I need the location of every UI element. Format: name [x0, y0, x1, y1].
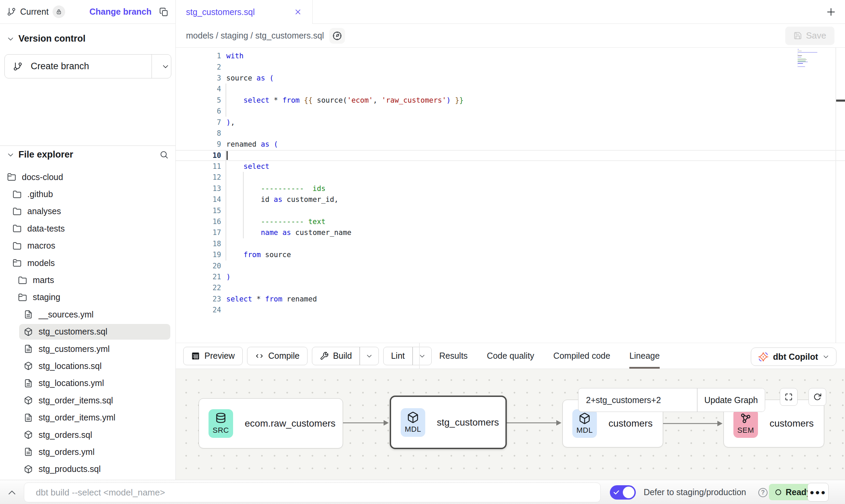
code-line[interactable]: 20 — [176, 260, 845, 271]
update-graph-button[interactable]: Update Graph — [698, 388, 765, 412]
code-line[interactable]: 12 — [176, 172, 845, 183]
code-line[interactable]: 21) — [176, 271, 845, 282]
tree-item[interactable]: analyses — [0, 203, 175, 220]
text-cursor — [227, 151, 228, 160]
tree-item[interactable]: stg_locations.yml — [0, 375, 175, 392]
scrollbar-thumb[interactable] — [836, 100, 845, 102]
refresh-button[interactable] — [808, 388, 826, 406]
code-line[interactable]: 11 select — [176, 161, 845, 172]
save-button[interactable]: Save — [785, 27, 834, 45]
tree-item[interactable]: stg_order_items.yml — [0, 409, 175, 426]
code-line[interactable]: 7), — [176, 117, 845, 128]
pane-tab-compiled-code[interactable]: Compiled code — [553, 343, 610, 369]
code-line[interactable]: 6 — [176, 106, 845, 117]
code-line[interactable]: 19 from source — [176, 249, 845, 260]
tree-item[interactable]: macros — [0, 237, 175, 254]
copilot-compass-button[interactable] — [329, 28, 345, 44]
copy-icon[interactable] — [159, 7, 169, 17]
tree-item-label: stg_products.sql — [39, 464, 101, 474]
code-line[interactable]: 5 select * from {{ source('ecom', 'raw_c… — [176, 95, 845, 106]
plus-icon — [826, 7, 836, 17]
file-icon — [24, 344, 33, 353]
code-line[interactable]: 10 — [176, 150, 845, 161]
tree-item-label: stg_orders.yml — [39, 447, 95, 457]
pane-tab-lineage[interactable]: Lineage — [629, 343, 660, 369]
version-control-header[interactable]: Version control — [0, 33, 175, 44]
tree-item[interactable]: stg_locations.sql — [0, 357, 175, 374]
tree-item[interactable]: stg_orders.yml — [0, 443, 175, 460]
build-dropdown[interactable] — [360, 353, 378, 359]
compile-button[interactable]: Compile — [247, 347, 307, 365]
build-button[interactable]: Build — [312, 347, 379, 365]
code-line[interactable]: 24 — [176, 305, 845, 315]
lineage-selector-input[interactable]: 2+stg_customers+2 — [578, 388, 697, 412]
lint-button[interactable]: Lint — [383, 347, 432, 365]
help-icon[interactable]: ? — [758, 488, 768, 497]
tab-stg-customers-sql[interactable]: stg_customers.sql — [176, 0, 313, 24]
code-text: with — [221, 52, 244, 60]
code-line[interactable]: 13 ---------- ids — [176, 183, 845, 194]
pane-tab-results[interactable]: Results — [439, 343, 468, 369]
code-line[interactable]: 1with — [176, 50, 845, 61]
code-line[interactable]: 16 ---------- text — [176, 216, 845, 227]
code-line[interactable]: 23select * from renamed — [176, 294, 845, 305]
code-line[interactable]: 2 — [176, 61, 845, 72]
close-icon[interactable] — [294, 8, 302, 16]
badge-label: SEM — [737, 426, 754, 435]
line-number: 3 — [176, 74, 221, 82]
command-input[interactable]: dbt build --select <model_name> — [24, 483, 601, 502]
code-line[interactable]: 14 id as customer_id, — [176, 194, 845, 205]
code-line[interactable]: 22 — [176, 282, 845, 293]
code-editor[interactable]: 1with23source as (45 select * from {{ so… — [176, 48, 845, 343]
tree-item[interactable]: marts — [0, 271, 175, 288]
lint-dropdown[interactable] — [413, 353, 431, 359]
search-icon[interactable] — [159, 150, 169, 159]
tree-item[interactable]: docs-cloud — [0, 168, 175, 186]
code-text: name as customer_name — [221, 228, 352, 237]
chevron-down-icon — [162, 63, 169, 70]
tree-item[interactable]: data-tests — [0, 220, 175, 237]
lineage-node-stg_customers[interactable]: MDLstg_customers — [390, 396, 507, 449]
lineage-panel[interactable]: SRCecom.raw_customersMDLstg_customersMDL… — [176, 369, 845, 480]
tree-item[interactable]: models — [0, 254, 175, 271]
pane-tab-code-quality[interactable]: Code quality — [487, 343, 534, 369]
node-type-badge: MDL — [401, 408, 425, 437]
tree-item[interactable]: stg_order_items.sql — [0, 392, 175, 409]
tree-item[interactable]: stg_products.sql — [0, 461, 175, 478]
chevron-up-icon[interactable] — [7, 488, 17, 498]
model-icon — [24, 430, 33, 439]
dbt-copilot-button[interactable]: dbt Copilot — [751, 347, 836, 366]
file-explorer-header[interactable]: File explorer — [0, 149, 175, 160]
change-branch-link[interactable]: Change branch — [89, 7, 152, 17]
tree-item[interactable]: stg_customers.yml — [0, 340, 175, 357]
scrollbar-track — [835, 48, 836, 343]
code-line[interactable]: 15 — [176, 205, 845, 216]
tree-item-label: .github — [27, 189, 53, 199]
tree-item-label: docs-cloud — [22, 172, 63, 182]
tree-item[interactable]: stg_orders.sql — [0, 426, 175, 443]
tree-item[interactable]: .github — [0, 186, 175, 203]
lineage-node-ecom.raw_customers[interactable]: SRCecom.raw_customers — [199, 398, 343, 448]
preview-button[interactable]: Preview — [183, 347, 243, 365]
create-branch-button[interactable]: Create branch — [4, 54, 171, 78]
badge-label: MDL — [405, 425, 421, 434]
defer-toggle[interactable] — [610, 485, 636, 500]
more-options-button[interactable]: ●●● — [807, 483, 829, 502]
code-line[interactable]: 3source as ( — [176, 73, 845, 84]
node-label: customers — [770, 418, 814, 429]
create-branch-dropdown[interactable] — [152, 63, 171, 70]
code-line[interactable]: 18 — [176, 238, 845, 249]
fullscreen-button[interactable] — [780, 388, 798, 406]
new-tab-button[interactable] — [825, 5, 837, 18]
code-line[interactable]: 17 name as customer_name — [176, 227, 845, 238]
code-line[interactable]: 4 — [176, 84, 845, 94]
tree-item[interactable]: staging — [0, 289, 175, 306]
code-text: renamed as ( — [221, 140, 278, 148]
tree-item-label: analyses — [27, 206, 61, 216]
tree-item[interactable]: __sources.yml — [0, 306, 175, 323]
code-line[interactable]: 8 — [176, 128, 845, 139]
code-line[interactable]: 9renamed as ( — [176, 139, 845, 150]
table-icon — [191, 352, 200, 360]
tree-item-label: models — [27, 258, 55, 268]
tree-item[interactable]: stg_customers.sql — [0, 323, 175, 340]
